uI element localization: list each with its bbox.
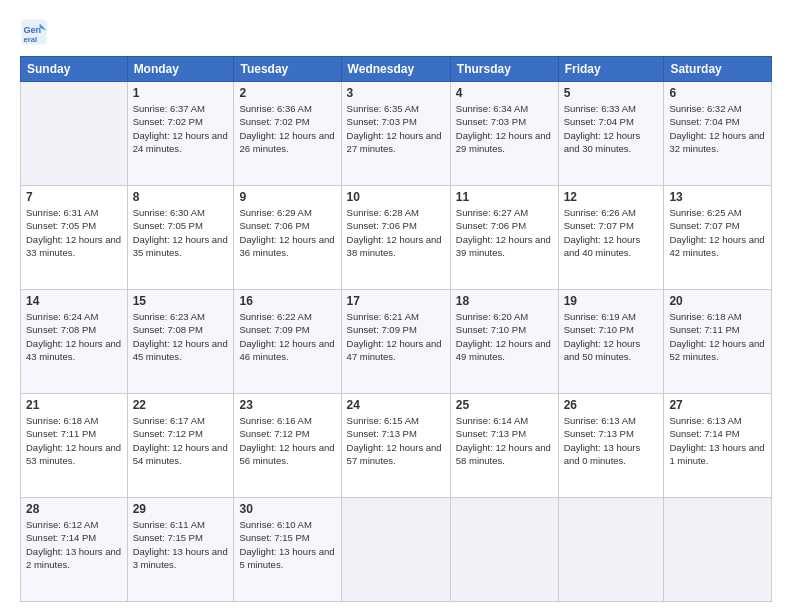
day-cell (558, 498, 664, 602)
day-number: 3 (347, 86, 445, 100)
calendar-header-row: SundayMondayTuesdayWednesdayThursdayFrid… (21, 57, 772, 82)
col-header-tuesday: Tuesday (234, 57, 341, 82)
daylight-text: Daylight: 13 hours and 0 minutes. (564, 441, 659, 468)
day-cell: 30Sunrise: 6:10 AMSunset: 7:15 PMDayligh… (234, 498, 341, 602)
sunrise-text: Sunrise: 6:20 AM (456, 310, 553, 323)
sunrise-text: Sunrise: 6:13 AM (669, 414, 766, 427)
sunset-text: Sunset: 7:08 PM (133, 323, 229, 336)
day-number: 14 (26, 294, 122, 308)
sunset-text: Sunset: 7:03 PM (456, 115, 553, 128)
sunrise-text: Sunrise: 6:36 AM (239, 102, 335, 115)
col-header-friday: Friday (558, 57, 664, 82)
day-number: 30 (239, 502, 335, 516)
week-row-4: 21Sunrise: 6:18 AMSunset: 7:11 PMDayligh… (21, 394, 772, 498)
daylight-text: Daylight: 12 hours and 46 minutes. (239, 337, 335, 364)
daylight-text: Daylight: 12 hours and 58 minutes. (456, 441, 553, 468)
sunset-text: Sunset: 7:04 PM (669, 115, 766, 128)
day-cell (450, 498, 558, 602)
day-cell: 15Sunrise: 6:23 AMSunset: 7:08 PMDayligh… (127, 290, 234, 394)
daylight-text: Daylight: 13 hours and 5 minutes. (239, 545, 335, 572)
day-number: 29 (133, 502, 229, 516)
day-number: 17 (347, 294, 445, 308)
sunrise-text: Sunrise: 6:37 AM (133, 102, 229, 115)
sunset-text: Sunset: 7:08 PM (26, 323, 122, 336)
day-cell: 7Sunrise: 6:31 AMSunset: 7:05 PMDaylight… (21, 186, 128, 290)
sunrise-text: Sunrise: 6:22 AM (239, 310, 335, 323)
sunrise-text: Sunrise: 6:10 AM (239, 518, 335, 531)
day-number: 13 (669, 190, 766, 204)
sunset-text: Sunset: 7:02 PM (239, 115, 335, 128)
daylight-text: Daylight: 12 hours and 35 minutes. (133, 233, 229, 260)
daylight-text: Daylight: 12 hours and 49 minutes. (456, 337, 553, 364)
day-cell: 6Sunrise: 6:32 AMSunset: 7:04 PMDaylight… (664, 82, 772, 186)
daylight-text: Daylight: 13 hours and 1 minute. (669, 441, 766, 468)
sunset-text: Sunset: 7:06 PM (347, 219, 445, 232)
sunrise-text: Sunrise: 6:26 AM (564, 206, 659, 219)
sunset-text: Sunset: 7:02 PM (133, 115, 229, 128)
day-cell: 23Sunrise: 6:16 AMSunset: 7:12 PMDayligh… (234, 394, 341, 498)
week-row-5: 28Sunrise: 6:12 AMSunset: 7:14 PMDayligh… (21, 498, 772, 602)
day-cell: 25Sunrise: 6:14 AMSunset: 7:13 PMDayligh… (450, 394, 558, 498)
day-info: Sunrise: 6:24 AMSunset: 7:08 PMDaylight:… (26, 310, 122, 363)
daylight-text: Daylight: 12 hours and 26 minutes. (239, 129, 335, 156)
sunset-text: Sunset: 7:15 PM (239, 531, 335, 544)
col-header-monday: Monday (127, 57, 234, 82)
daylight-text: Daylight: 12 hours and 50 minutes. (564, 337, 659, 364)
daylight-text: Daylight: 12 hours and 42 minutes. (669, 233, 766, 260)
day-info: Sunrise: 6:15 AMSunset: 7:13 PMDaylight:… (347, 414, 445, 467)
sunrise-text: Sunrise: 6:11 AM (133, 518, 229, 531)
sunset-text: Sunset: 7:11 PM (669, 323, 766, 336)
daylight-text: Daylight: 12 hours and 54 minutes. (133, 441, 229, 468)
day-cell: 21Sunrise: 6:18 AMSunset: 7:11 PMDayligh… (21, 394, 128, 498)
day-info: Sunrise: 6:18 AMSunset: 7:11 PMDaylight:… (26, 414, 122, 467)
day-info: Sunrise: 6:29 AMSunset: 7:06 PMDaylight:… (239, 206, 335, 259)
day-info: Sunrise: 6:18 AMSunset: 7:11 PMDaylight:… (669, 310, 766, 363)
day-cell: 10Sunrise: 6:28 AMSunset: 7:06 PMDayligh… (341, 186, 450, 290)
day-number: 18 (456, 294, 553, 308)
day-info: Sunrise: 6:21 AMSunset: 7:09 PMDaylight:… (347, 310, 445, 363)
sunrise-text: Sunrise: 6:24 AM (26, 310, 122, 323)
day-number: 5 (564, 86, 659, 100)
svg-text:eral: eral (24, 35, 38, 44)
calendar-table: SundayMondayTuesdayWednesdayThursdayFrid… (20, 56, 772, 602)
sunset-text: Sunset: 7:04 PM (564, 115, 659, 128)
sunset-text: Sunset: 7:10 PM (564, 323, 659, 336)
day-cell: 14Sunrise: 6:24 AMSunset: 7:08 PMDayligh… (21, 290, 128, 394)
sunrise-text: Sunrise: 6:27 AM (456, 206, 553, 219)
sunset-text: Sunset: 7:11 PM (26, 427, 122, 440)
col-header-wednesday: Wednesday (341, 57, 450, 82)
day-number: 19 (564, 294, 659, 308)
week-row-2: 7Sunrise: 6:31 AMSunset: 7:05 PMDaylight… (21, 186, 772, 290)
daylight-text: Daylight: 12 hours and 30 minutes. (564, 129, 659, 156)
sunset-text: Sunset: 7:06 PM (239, 219, 335, 232)
sunset-text: Sunset: 7:12 PM (133, 427, 229, 440)
day-info: Sunrise: 6:28 AMSunset: 7:06 PMDaylight:… (347, 206, 445, 259)
sunrise-text: Sunrise: 6:19 AM (564, 310, 659, 323)
sunset-text: Sunset: 7:09 PM (347, 323, 445, 336)
day-cell: 17Sunrise: 6:21 AMSunset: 7:09 PMDayligh… (341, 290, 450, 394)
day-info: Sunrise: 6:13 AMSunset: 7:14 PMDaylight:… (669, 414, 766, 467)
daylight-text: Daylight: 12 hours and 29 minutes. (456, 129, 553, 156)
daylight-text: Daylight: 12 hours and 45 minutes. (133, 337, 229, 364)
sunrise-text: Sunrise: 6:21 AM (347, 310, 445, 323)
daylight-text: Daylight: 13 hours and 2 minutes. (26, 545, 122, 572)
day-cell (21, 82, 128, 186)
sunrise-text: Sunrise: 6:34 AM (456, 102, 553, 115)
sunrise-text: Sunrise: 6:32 AM (669, 102, 766, 115)
day-cell (664, 498, 772, 602)
day-number: 16 (239, 294, 335, 308)
day-cell: 16Sunrise: 6:22 AMSunset: 7:09 PMDayligh… (234, 290, 341, 394)
day-info: Sunrise: 6:25 AMSunset: 7:07 PMDaylight:… (669, 206, 766, 259)
sunset-text: Sunset: 7:05 PM (133, 219, 229, 232)
week-row-3: 14Sunrise: 6:24 AMSunset: 7:08 PMDayligh… (21, 290, 772, 394)
day-cell: 3Sunrise: 6:35 AMSunset: 7:03 PMDaylight… (341, 82, 450, 186)
sunrise-text: Sunrise: 6:33 AM (564, 102, 659, 115)
day-info: Sunrise: 6:35 AMSunset: 7:03 PMDaylight:… (347, 102, 445, 155)
day-number: 22 (133, 398, 229, 412)
day-number: 20 (669, 294, 766, 308)
sunrise-text: Sunrise: 6:18 AM (26, 414, 122, 427)
day-info: Sunrise: 6:31 AMSunset: 7:05 PMDaylight:… (26, 206, 122, 259)
day-info: Sunrise: 6:20 AMSunset: 7:10 PMDaylight:… (456, 310, 553, 363)
sunset-text: Sunset: 7:15 PM (133, 531, 229, 544)
logo-icon: Gen eral (20, 18, 48, 46)
